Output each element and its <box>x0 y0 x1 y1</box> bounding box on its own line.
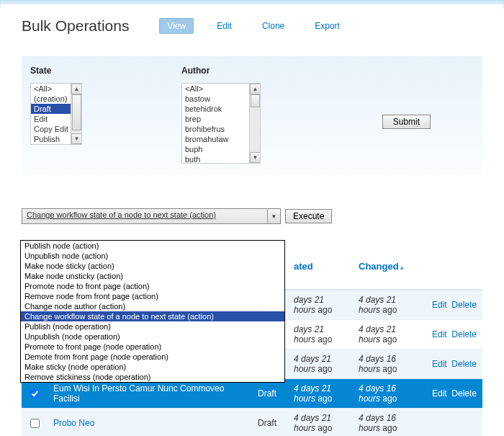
author-opt-4[interactable]: brohibefrus <box>182 124 260 134</box>
execute-button[interactable]: Execute <box>285 209 332 223</box>
author-opt-2[interactable]: betehidrok <box>182 104 260 114</box>
author-opt-3[interactable]: brep <box>182 114 260 124</box>
row-title[interactable]: Eum Wisi In Persto Camur Nunc Commoveo F… <box>53 383 224 404</box>
author-label: Author <box>181 66 261 76</box>
dd-opt[interactable]: Demote from front page (node operation) <box>21 352 284 362</box>
dd-opt[interactable]: Unpublish node (action) <box>21 251 284 261</box>
scroll-up-icon[interactable]: ▲ <box>250 84 261 94</box>
author-opt-6[interactable]: buph <box>182 144 260 154</box>
state-scrollbar[interactable]: ▲ ▼ <box>71 84 81 144</box>
scroll-thumb[interactable] <box>72 94 81 130</box>
tabs: View Edit Clone Export <box>159 18 347 34</box>
dd-opt[interactable]: Publish (node operation) <box>21 321 284 332</box>
dd-opt[interactable]: Make node unsticky (action) <box>21 271 284 281</box>
row-edit[interactable]: Edit <box>432 300 447 310</box>
tab-export[interactable]: Export <box>307 18 347 34</box>
bulk-action-select[interactable]: Change workflow state of a node to next … <box>22 208 281 224</box>
dd-opt[interactable]: Unpublish (node operation) <box>21 332 284 342</box>
row-checkbox[interactable] <box>30 419 40 428</box>
dd-opt[interactable]: Change node author (action) <box>21 301 284 311</box>
submit-button[interactable]: Submit <box>382 115 431 129</box>
row-title[interactable]: Probo Neo <box>53 418 94 428</box>
filter-author: Author <All> bastow betehidrok brep broh… <box>181 66 261 164</box>
col-updated[interactable]: ated <box>288 254 353 290</box>
dd-opt[interactable]: Promote node to front page (action) <box>21 281 284 291</box>
author-opt-all[interactable]: <All> <box>182 84 260 94</box>
filters-panel: State <All> (creation) Draft Edit Copy E… <box>22 56 482 175</box>
dd-opt[interactable]: Make sticky (node operation) <box>21 362 284 372</box>
row-delete[interactable]: Delete <box>451 300 477 310</box>
tab-edit[interactable]: Edit <box>210 18 239 34</box>
dd-opt[interactable]: Remove node from front page (action) <box>21 291 284 301</box>
page-title: Bulk Operations <box>22 17 129 35</box>
tab-view[interactable]: View <box>159 18 194 34</box>
scroll-thumb[interactable] <box>251 94 260 107</box>
dd-opt[interactable]: Make node sticky (action) <box>21 261 284 271</box>
table-row: Probo Neo Draft 4 days 21 hours ago 4 da… <box>22 409 482 437</box>
row-edit[interactable]: Edit <box>432 359 447 369</box>
row-delete[interactable]: Delete <box>451 359 477 369</box>
scroll-up-icon[interactable]: ▲ <box>71 84 82 94</box>
bulk-action-dropdown[interactable]: Publish node (action) Unpublish node (ac… <box>20 240 285 383</box>
bulk-action-current: Change workflow state of a node to next … <box>22 209 267 223</box>
state-label: State <box>30 66 82 76</box>
author-scrollbar[interactable]: ▲ ▼ <box>249 84 260 163</box>
filter-state: State <All> (creation) Draft Edit Copy E… <box>30 66 82 145</box>
scroll-down-icon[interactable]: ▼ <box>250 152 261 163</box>
chevron-down-icon[interactable]: ▼ <box>267 209 280 223</box>
row-edit[interactable]: Edit <box>432 388 447 399</box>
state-listbox[interactable]: <All> (creation) Draft Edit Copy Edit Pu… <box>30 83 82 145</box>
row-state: Draft <box>252 409 288 437</box>
dd-opt-selected[interactable]: Change workflow state of a node to next … <box>21 311 284 321</box>
scroll-down-icon[interactable]: ▼ <box>71 133 82 144</box>
row-checkbox[interactable] <box>30 389 40 399</box>
sort-asc-icon: ▲ <box>399 264 405 271</box>
dd-opt[interactable]: Remove stickiness (node operation) <box>21 372 284 382</box>
author-opt-1[interactable]: bastow <box>182 94 260 104</box>
row-delete[interactable]: Delete <box>451 388 477 399</box>
row-delete[interactable]: Delete <box>451 329 477 339</box>
author-opt-5[interactable]: bromahutaw <box>182 134 260 144</box>
dd-opt[interactable]: Promote to front page (node operation) <box>21 342 284 352</box>
dd-opt[interactable]: Publish node (action) <box>21 241 284 251</box>
author-listbox[interactable]: <All> bastow betehidrok brep brohibefrus… <box>181 83 261 164</box>
row-edit[interactable]: Edit <box>432 329 447 339</box>
table-row-selected: Eum Wisi In Persto Camur Nunc Commoveo F… <box>22 379 482 409</box>
tab-clone[interactable]: Clone <box>255 18 292 34</box>
col-changed[interactable]: Changed▲ <box>353 254 418 290</box>
author-opt-7[interactable]: buth <box>182 154 260 164</box>
row-state: Draft <box>252 379 288 409</box>
